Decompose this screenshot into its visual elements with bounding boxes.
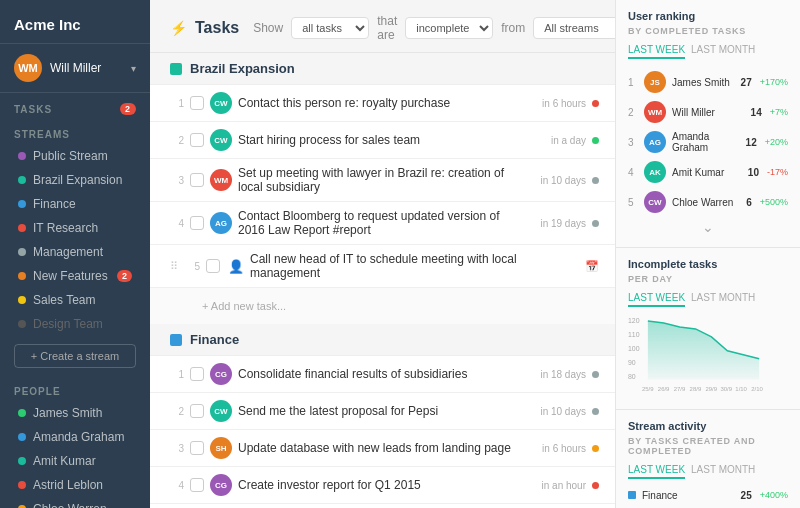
task-checkbox[interactable] [190,441,204,455]
task-checkbox[interactable] [190,133,204,147]
table-row: 3WMSet up meeting with lawyer in Brazil … [150,159,615,202]
task-text: Contact Bloomberg to request updated ver… [238,209,528,237]
task-avatar: SH [210,437,232,459]
stream-label: Brazil Expansion [33,173,122,187]
task-avatar: WM [210,169,232,191]
filter-select[interactable]: all tasks my tasks [291,17,369,39]
rank-user-name: Chloe Warren [672,197,740,208]
sidebar-item-stream[interactable]: Public Stream [4,144,146,168]
table-row: ⠿5👤Call new head of IT to schedule meeti… [150,245,615,288]
tasks-header: ⚡ Tasks Show all tasks my tasks that are… [150,0,615,53]
tab-incomplete-week[interactable]: LAST WEEK [628,290,685,307]
task-checkbox[interactable] [190,173,204,187]
svg-text:120: 120 [628,317,640,324]
rank-user-name: Amanda Graham [672,131,740,153]
tab-incomplete-month[interactable]: LAST MONTH [691,290,755,307]
incomplete-tasks-section: Incomplete tasks PER DAY LAST WEEK LAST … [616,248,800,410]
streams-list: Public StreamBrazil ExpansionFinanceIT R… [0,144,150,336]
rank-number: 5 [628,197,638,208]
task-number: 3 [170,175,184,186]
user-menu[interactable]: WM Will Miller ▾ [0,44,150,93]
status-select[interactable]: incomplete complete [405,17,493,39]
activity-list: Finance25+400%Brazil Expansion [628,487,788,509]
tab-last-month[interactable]: LAST MONTH [691,42,755,59]
stream-select[interactable]: All streams Brazil Expansion Finance [533,17,615,39]
svg-text:90: 90 [628,359,636,366]
svg-text:28/9: 28/9 [690,386,702,392]
svg-text:27/9: 27/9 [674,386,686,392]
rank-avatar: JS [644,71,666,93]
tab-activity-week[interactable]: LAST WEEK [628,462,685,479]
activity-color-icon [628,491,636,499]
task-checkbox[interactable] [206,259,220,273]
sidebar-item-stream[interactable]: Sales Team [4,288,146,312]
tab-last-week[interactable]: LAST WEEK [628,42,685,59]
task-checkbox[interactable] [190,216,204,230]
show-label: Show [253,21,283,35]
sidebar-item-stream[interactable]: IT Research [4,216,146,240]
rank-avatar: AK [644,161,666,183]
task-priority-indicator [592,177,599,184]
sidebar-item-person[interactable]: James Smith [4,401,146,425]
svg-text:25/9: 25/9 [642,386,654,392]
create-stream-button[interactable]: + Create a stream [14,344,136,368]
sidebar-item-stream[interactable]: Management [4,240,146,264]
task-number: 1 [170,369,184,380]
task-text: Create investor report for Q1 2015 [238,478,530,492]
svg-marker-5 [648,321,759,380]
ranking-more[interactable]: ⌄ [628,217,788,237]
sidebar-item-stream[interactable]: New Features2 [4,264,146,288]
streams-section-label: STREAMS [0,119,150,144]
activity-change: +400% [760,490,788,500]
sidebar-item-stream[interactable]: Design Team [4,312,146,336]
task-avatar: CG [210,363,232,385]
task-number: 5 [186,261,200,272]
tab-activity-month[interactable]: LAST MONTH [691,462,755,479]
stream-badge: 2 [117,270,132,282]
add-task-row: + Add new task... [150,288,615,324]
task-text: Call new head of IT to schedule meeting … [250,252,579,280]
unassigned-user-icon: 👤 [228,259,244,274]
lightning-icon: ⚡ [170,20,187,36]
sidebar-item-stream[interactable]: Finance [4,192,146,216]
stream-label: Public Stream [33,149,108,163]
task-checkbox[interactable] [190,96,204,110]
task-checkbox[interactable] [190,404,204,418]
drag-handle-icon[interactable]: ⠿ [170,260,178,273]
list-item: 5CWChloe Warren6+500% [628,187,788,217]
rank-change: +20% [765,137,788,147]
rank-change: +7% [770,107,788,117]
chart-svg: 120 110 100 90 80 25/9 26/9 [628,315,788,395]
sidebar-item-stream[interactable]: Brazil Expansion [4,168,146,192]
task-due-date: in an hour [542,480,586,491]
rank-task-count: 27 [741,77,752,88]
user-name: Will Miller [50,61,123,75]
rank-avatar: CW [644,191,666,213]
add-task-button[interactable]: + Add new task... [202,300,286,312]
table-row: 3SHUpdate database with new leads from l… [150,430,615,467]
task-checkbox[interactable] [190,478,204,492]
sidebar-item-person[interactable]: Astrid Leblon [4,473,146,497]
people-list: James SmithAmanda GrahamAmit KumarAstrid… [0,401,150,508]
stream-group: Finance1CGConsolidate financial results … [150,324,615,508]
sidebar-item-person[interactable]: Chloe Warren [4,497,146,508]
task-due-date: in 18 days [540,369,586,380]
sidebar-item-person[interactable]: Amit Kumar [4,449,146,473]
user-ranking-title: User ranking [628,10,788,22]
incomplete-tasks-chart: 120 110 100 90 80 25/9 26/9 [628,315,788,399]
from-label: from [501,21,525,35]
task-priority-indicator [592,371,599,378]
table-row: 1CWContact this person re: royalty purch… [150,85,615,122]
task-number: 3 [170,443,184,454]
rank-user-name: Will Miller [672,107,745,118]
table-row: 2CWSend me the latest proposal for Pepsi… [150,393,615,430]
rank-task-count: 6 [746,197,752,208]
list-item: 1JSJames Smith27+170% [628,67,788,97]
stream-activity-tabs: LAST WEEK LAST MONTH [628,462,788,479]
rank-task-count: 10 [748,167,759,178]
svg-text:100: 100 [628,345,640,352]
user-ranking-section: User ranking BY COMPLETED TASKS LAST WEE… [616,0,800,248]
sidebar-item-person[interactable]: Amanda Graham [4,425,146,449]
task-checkbox[interactable] [190,367,204,381]
task-text: Consolidate financial results of subsidi… [238,367,528,381]
